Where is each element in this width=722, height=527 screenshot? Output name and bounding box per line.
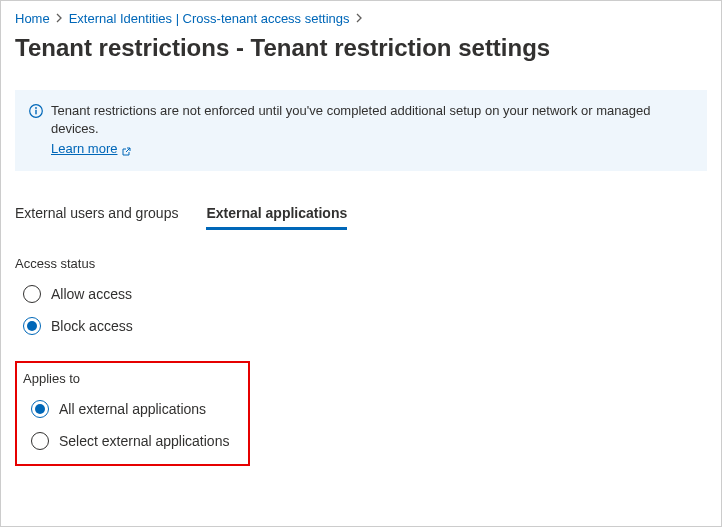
info-banner: Tenant restrictions are not enforced unt… xyxy=(15,90,707,171)
access-status-label: Access status xyxy=(15,256,707,271)
radio-icon xyxy=(23,285,41,303)
radio-icon xyxy=(31,400,49,418)
external-link-icon xyxy=(121,144,131,154)
radio-allow-access[interactable]: Allow access xyxy=(23,285,707,303)
radio-label: Block access xyxy=(51,318,133,334)
radio-block-access[interactable]: Block access xyxy=(23,317,707,335)
access-status-section: Access status Allow access Block access xyxy=(15,256,707,335)
learn-more-link[interactable]: Learn more xyxy=(51,140,131,158)
breadcrumb: Home External Identities | Cross-tenant … xyxy=(15,11,707,26)
chevron-right-icon xyxy=(56,13,63,25)
applies-to-radio-group: All external applications Select externa… xyxy=(21,400,240,450)
page-title: Tenant restrictions - Tenant restriction… xyxy=(15,34,707,62)
svg-point-1 xyxy=(35,107,37,109)
radio-label: Allow access xyxy=(51,286,132,302)
chevron-right-icon xyxy=(356,13,363,25)
tab-external-applications[interactable]: External applications xyxy=(206,199,347,230)
info-text: Tenant restrictions are not enforced unt… xyxy=(51,102,693,159)
radio-all-external-apps[interactable]: All external applications xyxy=(31,400,240,418)
breadcrumb-external-identities[interactable]: External Identities | Cross-tenant acces… xyxy=(69,11,350,26)
radio-select-external-apps[interactable]: Select external applications xyxy=(31,432,240,450)
radio-icon xyxy=(31,432,49,450)
access-status-radio-group: Allow access Block access xyxy=(15,285,707,335)
learn-more-label: Learn more xyxy=(51,140,117,158)
radio-label: All external applications xyxy=(59,401,206,417)
tabs: External users and groups External appli… xyxy=(15,199,707,230)
breadcrumb-home[interactable]: Home xyxy=(15,11,50,26)
radio-label: Select external applications xyxy=(59,433,229,449)
info-icon xyxy=(29,104,43,118)
radio-icon xyxy=(23,317,41,335)
applies-to-label: Applies to xyxy=(23,371,240,386)
applies-to-section: Applies to All external applications Sel… xyxy=(15,361,250,466)
svg-rect-2 xyxy=(35,110,36,115)
info-message: Tenant restrictions are not enforced unt… xyxy=(51,103,650,136)
tab-external-users-groups[interactable]: External users and groups xyxy=(15,199,178,230)
